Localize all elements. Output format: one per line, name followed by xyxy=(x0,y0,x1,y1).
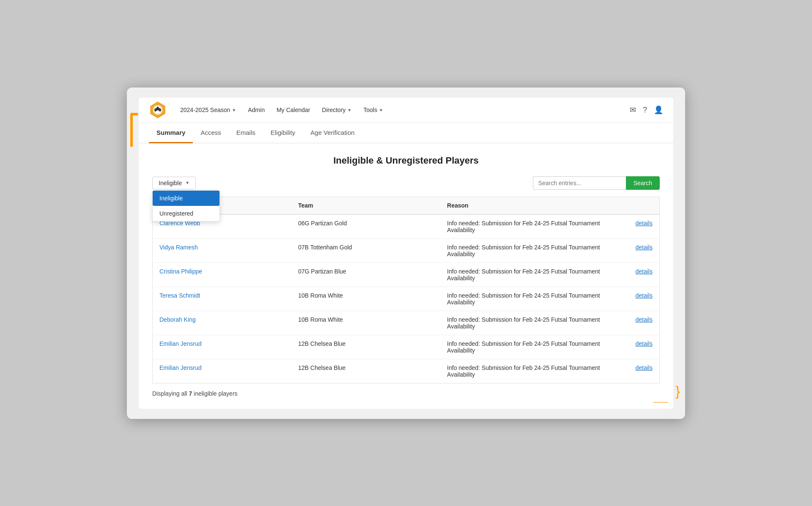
deco-right-bottom: } xyxy=(675,384,680,398)
player-name-link[interactable]: Deborah King xyxy=(159,316,196,323)
deco-right-bottom2: ―― xyxy=(653,397,668,406)
user-avatar-icon[interactable]: 👤 xyxy=(654,105,663,115)
footer-suffix: ineligible players xyxy=(192,390,237,397)
filter-dropdown-btn[interactable]: Ineligible ▼ xyxy=(152,177,196,189)
search-button[interactable]: Search xyxy=(626,176,660,190)
tab-age-verification[interactable]: Age Verification xyxy=(303,123,362,143)
table-row: Clarence Webb06G Partizan GoldInfo neede… xyxy=(153,214,660,239)
col-header-reason: Reason xyxy=(440,197,628,214)
main-content: Ineligible & Unregistered Players Inelig… xyxy=(139,143,673,409)
player-reason: Info needed: Submission for Feb 24-25 Fu… xyxy=(440,238,628,263)
player-name-link[interactable]: Emilian Jensrud xyxy=(159,340,202,347)
table-row: Vidya Ramesh07B Tottenham GoldInfo neede… xyxy=(153,238,660,263)
season-chevron-icon: ▼ xyxy=(232,108,236,112)
player-reason: Info needed: Submission for Feb 24-25 Fu… xyxy=(440,335,628,359)
table-row: Deborah King10B Roma WhiteInfo needed: S… xyxy=(153,311,660,335)
filter-option-unregistered[interactable]: Unregistered xyxy=(153,206,219,221)
filter-dropdown-wrapper: Ineligible ▼ Ineligible Unregistered xyxy=(152,177,196,189)
table-row: Emilian Jensrud12B Chelsea BlueInfo need… xyxy=(153,359,660,383)
footer-prefix: Displaying all xyxy=(152,390,189,397)
filter-dropdown-menu: Ineligible Unregistered xyxy=(152,190,220,222)
tab-summary[interactable]: Summary xyxy=(149,123,193,143)
player-team: 12B Chelsea Blue xyxy=(291,335,440,359)
footer-count: 7 xyxy=(189,390,192,397)
players-table: Name Team Reason Clarence Webb06G Partiz… xyxy=(152,197,660,383)
player-name-link[interactable]: Cristina Philippe xyxy=(159,268,202,275)
details-link[interactable]: details xyxy=(636,220,653,227)
nav-actions: ✉ ? 👤 xyxy=(630,105,663,115)
help-icon[interactable]: ? xyxy=(643,106,647,115)
search-area: Search xyxy=(533,176,660,190)
table-row: Emilian Jensrud12B Chelsea BlueInfo need… xyxy=(153,335,660,359)
player-team: 10B Roma White xyxy=(291,287,440,311)
filter-option-ineligible[interactable]: Ineligible xyxy=(153,191,219,206)
details-link[interactable]: details xyxy=(636,244,653,251)
player-reason: Info needed: Submission for Feb 24-25 Fu… xyxy=(440,359,628,383)
tab-access[interactable]: Access xyxy=(193,123,228,143)
page-title: Ineligible & Unregistered Players xyxy=(152,155,660,166)
player-reason: Info needed: Submission for Feb 24-25 Fu… xyxy=(440,287,628,311)
table-header-row: Name Team Reason xyxy=(153,197,660,214)
nav-calendar[interactable]: My Calendar xyxy=(272,103,315,117)
tab-emails[interactable]: Emails xyxy=(229,123,263,143)
mail-icon[interactable]: ✉ xyxy=(630,105,636,115)
search-input[interactable] xyxy=(533,176,626,190)
nav-admin[interactable]: Admin xyxy=(243,103,270,117)
filter-btn-label: Ineligible xyxy=(159,180,182,186)
filter-caret-icon: ▼ xyxy=(185,181,189,185)
nav-season[interactable]: 2024-2025 Season ▼ xyxy=(175,103,241,117)
player-team: 10B Roma White xyxy=(291,311,440,335)
table-row: Cristina Philippe07G Partizan BlueInfo n… xyxy=(153,263,660,287)
logo xyxy=(149,101,167,119)
col-header-team: Team xyxy=(291,197,440,214)
player-reason: Info needed: Submission for Feb 24-25 Fu… xyxy=(440,311,628,335)
navbar: 2024-2025 Season ▼ Admin My Calendar Dir… xyxy=(139,98,673,123)
nav-tools[interactable]: Tools ▼ xyxy=(358,103,388,117)
tabs-bar: Summary Access Emails Eligibility Age Ve… xyxy=(139,123,673,143)
table-row: Teresa Schmidt10B Roma WhiteInfo needed:… xyxy=(153,287,660,311)
col-header-action xyxy=(629,197,660,214)
player-team: 07G Partizan Blue xyxy=(291,263,440,287)
player-team: 06G Partizan Gold xyxy=(291,214,440,239)
player-team: 12B Chelsea Blue xyxy=(291,359,440,383)
player-name-link[interactable]: Vidya Ramesh xyxy=(159,244,198,251)
details-link[interactable]: details xyxy=(636,316,653,323)
tools-chevron-icon: ▼ xyxy=(379,108,383,112)
details-link[interactable]: details xyxy=(636,292,653,299)
tab-eligibility[interactable]: Eligibility xyxy=(263,123,303,143)
deco-left xyxy=(130,113,138,147)
details-link[interactable]: details xyxy=(636,268,653,275)
player-reason: Info needed: Submission for Feb 24-25 Fu… xyxy=(440,263,628,287)
player-reason: Info needed: Submission for Feb 24-25 Fu… xyxy=(440,214,628,239)
nav-directory[interactable]: Directory ▼ xyxy=(317,103,357,117)
toolbar: Ineligible ▼ Ineligible Unregistered Sea… xyxy=(152,176,660,190)
nav-links: 2024-2025 Season ▼ Admin My Calendar Dir… xyxy=(175,103,630,117)
footer-text: Displaying all 7 ineligible players xyxy=(152,390,660,397)
player-team: 07B Tottenham Gold xyxy=(291,238,440,263)
directory-chevron-icon: ▼ xyxy=(347,108,351,112)
player-name-link[interactable]: Teresa Schmidt xyxy=(159,292,200,299)
details-link[interactable]: details xyxy=(636,340,653,347)
details-link[interactable]: details xyxy=(636,364,653,371)
player-name-link[interactable]: Emilian Jensrud xyxy=(159,364,202,371)
